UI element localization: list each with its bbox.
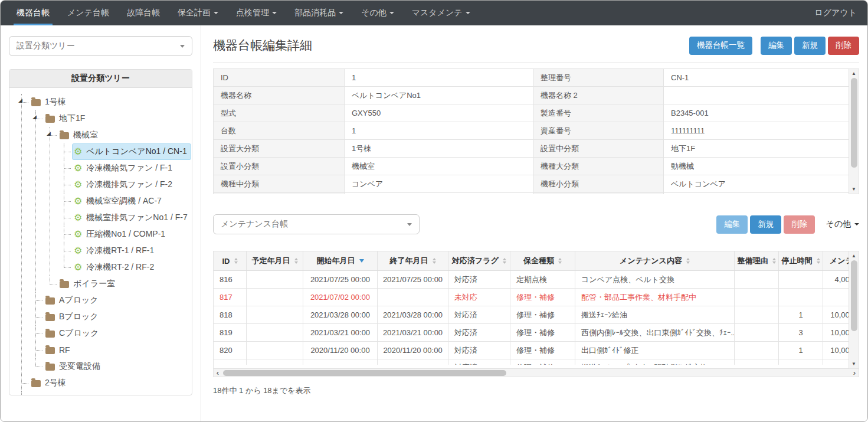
tree-equipment-node[interactable]: ⚙ベルトコンベアNo1 / CN-1 (72, 143, 191, 160)
mt-delete-button[interactable]: 削除 (784, 215, 815, 234)
tree-folder-node[interactable]: Aブロック (44, 292, 103, 309)
cell-flag: 対応済 (448, 271, 510, 288)
column-header[interactable]: 整備理由 (735, 251, 779, 270)
tree-folder-node[interactable]: 1号棟 (30, 94, 70, 110)
nav-item[interactable]: メンテ台帳 (58, 1, 118, 25)
tree-branch: ⚙機械室排気ファンNo1 / F-7 (63, 210, 189, 226)
column-header[interactable]: メンテ (823, 251, 849, 270)
tree-node-label: 冷凍機排気ファン / F-2 (86, 179, 172, 190)
logout-link[interactable]: ログアウト (814, 8, 857, 18)
column-header[interactable]: 開始年月日 (303, 251, 378, 270)
nav-item-label: 点検管理 (236, 8, 269, 18)
folder-icon (45, 364, 55, 371)
column-header[interactable]: 終了年月日 (378, 251, 448, 270)
nav-right: ログアウト (814, 1, 867, 25)
scroll-up-icon[interactable]: ▲ (849, 251, 859, 260)
cell-downtime: 1 (779, 342, 823, 359)
mt-new-button[interactable]: 新規 (750, 215, 781, 234)
table-row[interactable]: 8212020/09/24 00:002020/09/24 00:00対応済修理… (214, 359, 849, 365)
scroll-down-icon[interactable]: ▼ (849, 359, 859, 368)
detail-value: ベルトコンベアNo1 (345, 87, 533, 104)
edit-button[interactable]: 編集 (761, 37, 792, 55)
mt-horizontal-scrollbar[interactable]: ‹ › (213, 368, 859, 377)
tree-folder-node[interactable]: Cブロック (44, 325, 103, 342)
nav-item[interactable]: マスタメンテ (403, 1, 479, 25)
column-header[interactable]: 保全種類 (510, 251, 575, 270)
scrollbar-thumb[interactable] (851, 260, 857, 331)
delete-button[interactable]: 削除 (828, 37, 859, 55)
column-header[interactable]: 予定年月日 (247, 251, 303, 270)
tree-equipment-node[interactable]: ⚙圧縮機No1 / COMP-1 (72, 226, 169, 243)
column-header[interactable]: 停止時間 (779, 251, 823, 270)
other-dropdown[interactable]: その他 (826, 219, 859, 230)
tree-folder-node[interactable]: ボイラー室 (58, 276, 119, 292)
cell-planned (247, 324, 303, 341)
scroll-up-icon[interactable]: ▲ (849, 69, 859, 78)
detail-row-partial (214, 193, 849, 194)
tree-folder-node[interactable]: 2号棟 (30, 375, 70, 391)
nav-item[interactable]: 故障台帳 (118, 1, 169, 25)
detail-value: コンベア (345, 175, 533, 192)
caret-down-icon (854, 223, 859, 225)
tree-node-label: 冷凍機RT-1 / RF-1 (86, 246, 154, 256)
cell-downtime (779, 289, 823, 306)
column-header-label: 停止時間 (782, 256, 813, 266)
expand-toggle-icon[interactable]: ◢ (32, 115, 37, 120)
tree-folder-node[interactable]: 地下1F (44, 110, 89, 127)
table-row[interactable]: 8162021/07/25 00:002021/07/25 00:00対応済定期… (214, 271, 849, 289)
scrollbar-thumb[interactable] (223, 370, 506, 376)
cell-start: 2021/07/25 00:00 (303, 271, 378, 288)
tree-equipment-node[interactable]: ⚙冷凍機給気ファン / F-1 (72, 160, 176, 176)
column-header[interactable]: ID (214, 251, 247, 270)
nav-item[interactable]: その他 (352, 1, 403, 25)
tree-folder-node[interactable]: Bブロック (44, 309, 103, 325)
tree-equipment-node[interactable]: ⚙機械室排気ファンNo1 / F-7 (72, 210, 192, 226)
column-header[interactable]: 対応済フラグ (448, 251, 510, 270)
tree-folder-node[interactable]: 機械室 (58, 127, 102, 143)
detail-label: 製造番号 (533, 104, 664, 122)
cell-downtime (779, 271, 823, 288)
column-header[interactable]: メンテナンス内容 (575, 251, 735, 270)
scrollbar-thumb[interactable] (851, 78, 857, 168)
equipment-list-button[interactable]: 機器台帳一覧 (689, 37, 752, 55)
nav-item[interactable]: 機器台帳 (8, 1, 58, 25)
cell-planned (247, 289, 303, 306)
expand-toggle-icon[interactable]: ◢ (47, 131, 51, 136)
nav-item[interactable]: 部品消耗品 (286, 1, 352, 25)
tree-type-select[interactable]: 設置分類ツリー (9, 36, 192, 56)
new-button[interactable]: 新規 (794, 37, 826, 55)
ledger-select[interactable]: メンテナンス台帳 (213, 214, 420, 234)
gear-icon: ⚙ (74, 230, 82, 239)
detail-vertical-scrollbar[interactable]: ▲ ▼ (849, 68, 859, 194)
detail-value: 1 (345, 69, 533, 86)
folder-icon (45, 347, 55, 354)
detail-value: CN-1 (664, 69, 849, 86)
detail-row: 機器名称ベルトコンベアNo1機器名称 2 (214, 87, 849, 104)
cell-start: 2020/11/20 00:00 (303, 342, 378, 359)
cell-type: 修理・補修 (510, 306, 575, 323)
tree-equipment-node[interactable]: ⚙冷凍機排気ファン / F-2 (72, 176, 176, 193)
cell-flag: 未対応 (448, 289, 510, 306)
scroll-left-icon[interactable]: ‹ (214, 369, 222, 377)
mt-edit-button[interactable]: 編集 (716, 215, 748, 234)
folder-icon (45, 314, 55, 321)
scroll-down-icon[interactable]: ▼ (849, 185, 859, 194)
cell-end: 2021/03/21 00:00 (378, 324, 448, 341)
table-row[interactable]: 8202020/11/20 00:002020/11/20 00:00対応済修理… (214, 342, 849, 359)
tree-folder-node[interactable]: RF (44, 342, 74, 358)
nav-item[interactable]: 保全計画 (169, 1, 227, 25)
folder-icon (60, 132, 69, 139)
tree-folder-node[interactable]: 受変電設備 (44, 358, 104, 375)
nav-item[interactable]: 点検管理 (227, 1, 286, 25)
scroll-right-icon[interactable]: › (850, 369, 859, 377)
tree-equipment-node[interactable]: ⚙冷凍機RT-1 / RF-1 (72, 243, 158, 259)
expand-toggle-icon[interactable]: ◢ (18, 98, 22, 103)
table-row[interactable]: 8172021/07/02 00:00未対応修理・補修配管・部品工事作業、材料手… (214, 289, 849, 306)
tree-equipment-node[interactable]: ⚙冷凍機RT-2 / RF-2 (72, 259, 158, 276)
table-row[interactable]: 8192021/03/21 00:002021/03/21 00:00対応済修理… (214, 324, 849, 342)
table-row[interactable]: 8182021/03/28 00:002021/03/28 00:00対応済修理… (214, 306, 849, 324)
tree-equipment-node[interactable]: ⚙機械室空調機 / AC-7 (72, 193, 166, 210)
mt-vertical-scrollbar[interactable]: ▲ ▼ (849, 251, 859, 369)
tree-folder-node[interactable]: 3号棟 (30, 391, 70, 395)
detail-value: 1号棟 (345, 140, 533, 157)
